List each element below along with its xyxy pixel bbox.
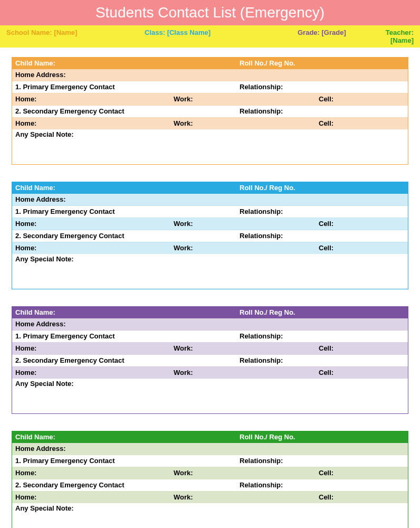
secondary-contact-row: 2. Secondary Emergency Contact Relations…	[12, 354, 408, 367]
relationship-label: Relationship:	[236, 106, 316, 117]
card-header-row: Child Name: Roll No./ Reg No.	[12, 58, 408, 69]
secondary-contact-row: 2. Secondary Emergency Contact Relations…	[12, 230, 408, 242]
roll-no-label: Roll No./ Reg No.	[236, 58, 316, 69]
class-field: Class: [Class Name]	[145, 29, 298, 44]
grade-field: Grade: [Grade]	[298, 29, 365, 44]
child-name-label: Child Name:	[12, 307, 170, 318]
relationship-label: Relationship:	[236, 479, 316, 491]
school-name-field: School Name: [Name]	[6, 29, 145, 44]
special-note-area: Any Special Note:	[12, 129, 408, 164]
home-phone-label: Home:	[12, 93, 170, 105]
page-title: Students Contact List (Emergency)	[0, 0, 420, 25]
primary-phone-row: Home: Work: Cell:	[12, 218, 408, 230]
secondary-contact-row: 2. Secondary Emergency Contact Relations…	[12, 105, 408, 118]
relationship-label: Relationship:	[236, 355, 316, 366]
primary-contact-row: 1. Primary Emergency Contact Relationshi…	[12, 330, 408, 343]
work-phone-label: Work:	[170, 242, 236, 254]
school-value: [Name]	[54, 29, 77, 36]
teacher-field: Teacher: [Name]	[365, 29, 414, 44]
secondary-contact-label: 2. Secondary Emergency Contact	[12, 479, 170, 491]
secondary-contact-label: 2. Secondary Emergency Contact	[12, 230, 170, 242]
home-address-row: Home Address:	[12, 194, 408, 205]
home-phone-label: Home:	[12, 492, 170, 503]
cell-phone-label: Cell:	[316, 118, 408, 129]
class-value: [Class Name]	[167, 29, 211, 36]
child-name-label: Child Name:	[12, 182, 170, 194]
school-label: School Name:	[6, 29, 52, 36]
contact-card: Child Name: Roll No./ Reg No. Home Addre…	[12, 306, 408, 414]
special-note-area: Any Special Note:	[12, 503, 408, 528]
primary-contact-label: 1. Primary Emergency Contact	[12, 331, 170, 342]
grade-value: [Grade]	[322, 29, 346, 36]
contact-card: Child Name: Roll No./ Reg No. Home Addre…	[12, 182, 408, 289]
card-header-row: Child Name: Roll No./ Reg No.	[12, 307, 408, 318]
roll-no-label: Roll No./ Reg No.	[236, 182, 316, 194]
primary-contact-row: 1. Primary Emergency Contact Relationshi…	[12, 205, 408, 218]
teacher-value: [Name]	[390, 36, 414, 44]
home-address-label: Home Address:	[12, 443, 170, 455]
secondary-contact-label: 2. Secondary Emergency Contact	[12, 106, 170, 117]
work-phone-label: Work:	[170, 367, 236, 379]
work-phone-label: Work:	[170, 343, 236, 354]
cell-phone-label: Cell:	[316, 218, 408, 230]
contact-card: Child Name: Roll No./ Reg No. Home Addre…	[12, 57, 408, 165]
home-address-label: Home Address:	[12, 318, 170, 330]
child-name-label: Child Name:	[12, 58, 170, 69]
home-phone-label: Home:	[12, 118, 170, 129]
home-address-label: Home Address:	[12, 194, 170, 205]
primary-contact-label: 1. Primary Emergency Contact	[12, 455, 170, 467]
roll-no-label: Roll No./ Reg No.	[236, 431, 316, 443]
cell-phone-label: Cell:	[316, 367, 408, 379]
work-phone-label: Work:	[170, 118, 236, 129]
relationship-label: Relationship:	[236, 230, 316, 242]
relationship-label: Relationship:	[236, 206, 316, 218]
primary-contact-label: 1. Primary Emergency Contact	[12, 81, 170, 93]
home-phone-label: Home:	[12, 367, 170, 379]
info-bar: School Name: [Name] Class: [Class Name] …	[0, 25, 420, 48]
home-phone-label: Home:	[12, 467, 170, 479]
relationship-label: Relationship:	[236, 455, 316, 467]
secondary-phone-row: Home: Work: Cell:	[12, 492, 408, 503]
work-phone-label: Work:	[170, 218, 236, 230]
cell-phone-label: Cell:	[316, 492, 408, 503]
grade-label: Grade:	[298, 29, 320, 36]
cards-container: Child Name: Roll No./ Reg No. Home Addre…	[0, 48, 420, 528]
secondary-contact-label: 2. Secondary Emergency Contact	[12, 355, 170, 366]
child-name-label: Child Name:	[12, 431, 170, 443]
home-address-row: Home Address:	[12, 318, 408, 330]
work-phone-label: Work:	[170, 93, 236, 105]
primary-phone-row: Home: Work: Cell:	[12, 467, 408, 479]
relationship-label: Relationship:	[236, 331, 316, 342]
teacher-label: Teacher:	[386, 29, 414, 36]
home-address-label: Home Address:	[12, 69, 170, 81]
home-phone-label: Home:	[12, 242, 170, 254]
home-address-row: Home Address:	[12, 443, 408, 455]
primary-contact-label: 1. Primary Emergency Contact	[12, 206, 170, 218]
class-label: Class:	[145, 29, 165, 36]
special-note-area: Any Special Note:	[12, 254, 408, 289]
primary-contact-row: 1. Primary Emergency Contact Relationshi…	[12, 81, 408, 93]
primary-phone-row: Home: Work: Cell:	[12, 93, 408, 105]
cell-phone-label: Cell:	[316, 467, 408, 479]
secondary-contact-row: 2. Secondary Emergency Contact Relations…	[12, 479, 408, 492]
work-phone-label: Work:	[170, 492, 236, 503]
special-note-area: Any Special Note:	[12, 379, 408, 413]
cell-phone-label: Cell:	[316, 242, 408, 254]
home-phone-label: Home:	[12, 218, 170, 230]
cell-phone-label: Cell:	[316, 93, 408, 105]
primary-contact-row: 1. Primary Emergency Contact Relationshi…	[12, 455, 408, 467]
primary-phone-row: Home: Work: Cell:	[12, 343, 408, 354]
secondary-phone-row: Home: Work: Cell:	[12, 242, 408, 254]
secondary-phone-row: Home: Work: Cell:	[12, 367, 408, 379]
contact-card: Child Name: Roll No./ Reg No. Home Addre…	[12, 431, 408, 528]
work-phone-label: Work:	[170, 467, 236, 479]
card-header-row: Child Name: Roll No./ Reg No.	[12, 182, 408, 194]
home-phone-label: Home:	[12, 343, 170, 354]
relationship-label: Relationship:	[236, 81, 316, 93]
roll-no-label: Roll No./ Reg No.	[236, 307, 316, 318]
home-address-row: Home Address:	[12, 69, 408, 81]
cell-phone-label: Cell:	[316, 343, 408, 354]
card-header-row: Child Name: Roll No./ Reg No.	[12, 431, 408, 443]
secondary-phone-row: Home: Work: Cell:	[12, 118, 408, 129]
